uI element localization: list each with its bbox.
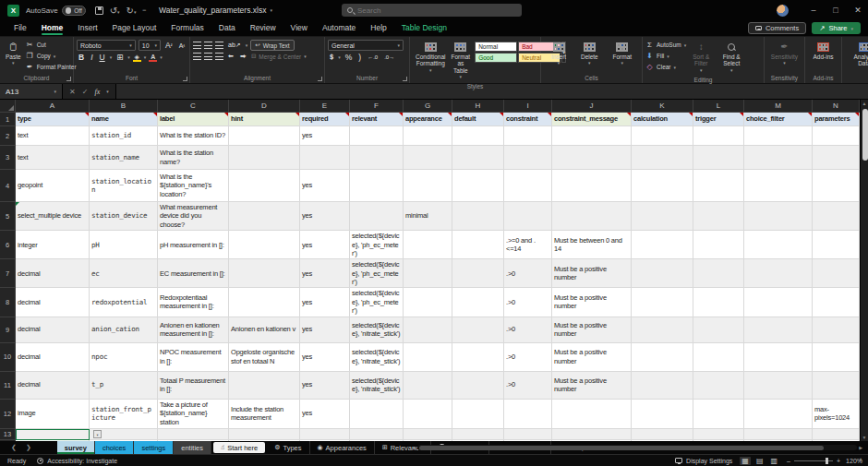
- page-break-view-icon[interactable]: ▥: [768, 457, 779, 465]
- sort-filter-button[interactable]: ↕︎ Sort & Filter▾: [686, 40, 716, 75]
- align-top-icon[interactable]: [193, 42, 201, 49]
- decrease-indent-button[interactable]: ⬅︎: [226, 53, 235, 60]
- menu-page-layout[interactable]: Page Layout: [106, 21, 163, 35]
- cell-I2[interactable]: [504, 126, 552, 146]
- column-header-B[interactable]: B: [90, 100, 158, 113]
- cell-F6[interactable]: selected(${device}, 'ph_ec_meter'): [350, 231, 404, 259]
- cell-E7[interactable]: yes: [300, 259, 350, 288]
- cell-D1[interactable]: hint: [229, 113, 300, 126]
- cell-N11[interactable]: [813, 372, 860, 400]
- cell-B13[interactable]: ▾: [90, 429, 158, 441]
- cell-I4[interactable]: [504, 170, 552, 202]
- cell-A9[interactable]: decimal: [16, 317, 90, 343]
- sheet-tab-appearances[interactable]: ◉Appearances: [310, 441, 375, 454]
- column-header-G[interactable]: G: [404, 100, 452, 113]
- font-color-button[interactable]: A: [149, 54, 157, 62]
- cell-C2[interactable]: What is the station ID?: [158, 126, 229, 146]
- comments-button[interactable]: Comments: [748, 22, 806, 34]
- column-header-N[interactable]: N: [813, 100, 860, 113]
- cell-F12[interactable]: [350, 400, 404, 429]
- cell-A4[interactable]: geopoint: [16, 170, 90, 202]
- cell-E9[interactable]: yes: [300, 317, 350, 343]
- redo-icon[interactable]: ↻▾: [127, 6, 137, 16]
- cell-C8[interactable]: Redoxpotentiaal measurement in []:: [158, 288, 229, 317]
- cell-F1[interactable]: relevant: [350, 113, 404, 126]
- cell-K13[interactable]: [632, 429, 693, 441]
- cell-E6[interactable]: yes: [300, 231, 350, 259]
- cell-C9[interactable]: Anionen en kationen measurement in []:: [158, 317, 229, 343]
- next-sheet-icon[interactable]: ❯: [26, 444, 31, 451]
- cell-H10[interactable]: [452, 343, 504, 372]
- column-header-I[interactable]: I: [504, 100, 552, 113]
- cell-M12[interactable]: [744, 400, 813, 429]
- bold-button[interactable]: B: [77, 53, 86, 62]
- row-header-5[interactable]: 5: [0, 202, 16, 231]
- cell-G7[interactable]: [404, 259, 452, 288]
- cell-C10[interactable]: NPOC measurement in []:: [158, 343, 229, 372]
- cell-K9[interactable]: [632, 317, 693, 343]
- cell-D7[interactable]: [229, 259, 300, 288]
- cell-F7[interactable]: selected(${device}, 'ph_ec_meter'): [350, 259, 404, 288]
- cell-G9[interactable]: [404, 317, 452, 343]
- cell-E3[interactable]: [300, 146, 350, 170]
- cell-M11[interactable]: [744, 372, 813, 400]
- cell-G11[interactable]: [404, 372, 452, 400]
- align-center-icon[interactable]: [204, 53, 212, 60]
- cell-G1[interactable]: appearance: [404, 113, 452, 126]
- row-header-9[interactable]: 9: [0, 317, 16, 343]
- cell-H2[interactable]: [452, 126, 504, 146]
- cell-L10[interactable]: [693, 343, 744, 372]
- cell-M4[interactable]: [744, 170, 813, 202]
- cell-G3[interactable]: [404, 146, 452, 170]
- column-header-C[interactable]: C: [158, 100, 229, 113]
- cell-H11[interactable]: [452, 372, 504, 400]
- row-header-12[interactable]: 12: [0, 400, 16, 429]
- cell-E11[interactable]: yes: [300, 372, 350, 400]
- scroll-up-icon[interactable]: ▲: [861, 100, 868, 107]
- zoom-in-icon[interactable]: +: [837, 458, 840, 464]
- cell-B6[interactable]: pH: [90, 231, 158, 259]
- cell-style-good[interactable]: Good: [475, 53, 517, 63]
- cell-I1[interactable]: constraint: [504, 113, 552, 126]
- cell-J3[interactable]: [552, 146, 632, 170]
- cell-I5[interactable]: [504, 202, 552, 231]
- cell-L13[interactable]: [693, 429, 744, 441]
- cell-H8[interactable]: [452, 288, 504, 317]
- search-input[interactable]: [357, 6, 496, 15]
- cell-B7[interactable]: ec: [90, 259, 158, 288]
- cell-B9[interactable]: anion_cation: [90, 317, 158, 343]
- column-header-D[interactable]: D: [229, 100, 300, 113]
- cell-J1[interactable]: constraint_message: [552, 113, 632, 126]
- sheet-tab-entities[interactable]: entities: [174, 441, 211, 454]
- cell-C12[interactable]: Take a picture of ${station_name} statio…: [158, 400, 229, 429]
- column-header-H[interactable]: H: [452, 100, 504, 113]
- cell-E1[interactable]: required: [300, 113, 350, 126]
- name-box[interactable]: A13▾: [0, 84, 63, 99]
- cell-A3[interactable]: text: [16, 146, 90, 170]
- cell-F5[interactable]: [350, 202, 404, 231]
- accessibility-checker[interactable]: Accessibility: Investigate: [37, 458, 117, 464]
- cell-K4[interactable]: [632, 170, 693, 202]
- cell-B5[interactable]: station_device: [90, 202, 158, 231]
- cell-I7[interactable]: .>0: [504, 259, 552, 288]
- cell-M5[interactable]: [744, 202, 813, 231]
- vertical-scroll-thumb[interactable]: [862, 109, 868, 161]
- cell-N5[interactable]: [813, 202, 860, 231]
- cell-J12[interactable]: [552, 400, 632, 429]
- cell-E13[interactable]: [300, 429, 350, 441]
- cell-D13[interactable]: [229, 429, 300, 441]
- align-middle-icon[interactable]: [204, 42, 212, 49]
- menu-view[interactable]: View: [284, 21, 314, 35]
- cell-D9[interactable]: Anionen en kationen v: [229, 317, 300, 343]
- sensitivity-button[interactable]: ✒ Sensitivity▾: [768, 40, 801, 67]
- cell-M8[interactable]: [744, 288, 813, 317]
- share-button[interactable]: ↗ Share ▾: [812, 22, 861, 34]
- cell-L8[interactable]: [693, 288, 744, 317]
- cell-J11[interactable]: Must be a positive number: [552, 372, 632, 400]
- cell-I8[interactable]: .>0: [504, 288, 552, 317]
- cell-I10[interactable]: .>0: [504, 343, 552, 372]
- menu-help[interactable]: Help: [364, 21, 392, 35]
- cell-H1[interactable]: default: [452, 113, 504, 126]
- row-header-8[interactable]: 8: [0, 288, 16, 317]
- cell-I11[interactable]: .>0: [504, 372, 552, 400]
